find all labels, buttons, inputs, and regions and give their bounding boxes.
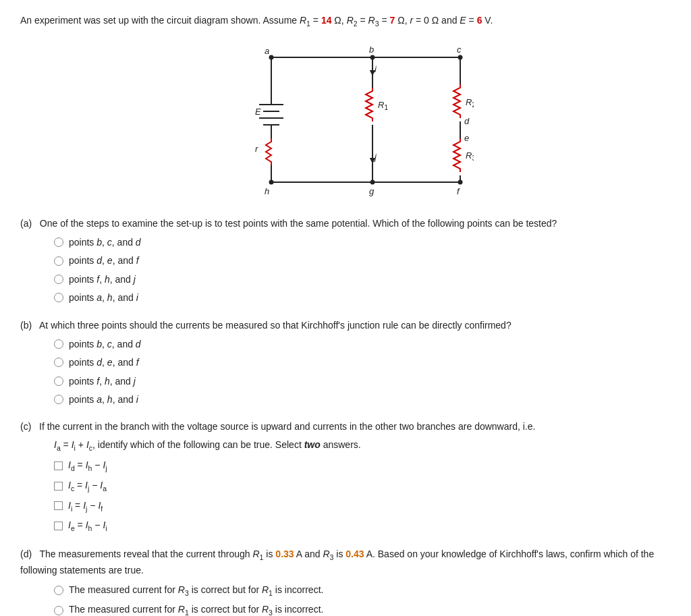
radio-d1[interactable] <box>54 586 63 595</box>
part-b-question: At which three points should the current… <box>39 320 512 331</box>
radio-a4[interactable] <box>54 293 63 302</box>
svg-text:c: c <box>457 45 462 55</box>
svg-text:j: j <box>373 152 377 162</box>
option-b2[interactable]: points d, e, and f <box>54 355 671 370</box>
radio-b1[interactable] <box>54 339 63 349</box>
svg-text:R2: R2 <box>466 97 474 109</box>
option-b4-text: points a, h, and i <box>69 392 138 407</box>
svg-point-18 <box>370 55 375 59</box>
checkbox-c3[interactable] <box>54 501 63 510</box>
option-c4-text: Ie = Ih − Ii <box>68 517 107 534</box>
checkbox-c4[interactable] <box>54 522 63 530</box>
option-b1-text: points b, c, and d <box>69 337 141 352</box>
part-d-letter: (d) <box>20 549 37 559</box>
question-d-options: The measured current for R3 is correct b… <box>54 582 671 616</box>
option-c3[interactable]: Ii = Ij − If <box>54 498 671 515</box>
option-d1[interactable]: The measured current for R3 is correct b… <box>54 582 671 599</box>
part-a-letter: (a) <box>20 218 37 229</box>
question-d: (d) The measurements reveal that the cur… <box>20 547 671 616</box>
option-c1[interactable]: Id = Ih − Ij <box>54 457 671 474</box>
option-c4[interactable]: Ie = Ih − Ii <box>54 517 671 534</box>
svg-text:E: E <box>255 107 261 117</box>
option-a4-text: points a, h, and i <box>69 290 138 305</box>
option-b2-text: points d, e, and f <box>69 355 139 370</box>
radio-b2[interactable] <box>54 358 63 367</box>
question-c-options: Id = Ih − Ij Ic = Ij − Ia Ii = Ij − If I… <box>54 457 671 534</box>
option-a3[interactable]: points f, h, and j <box>54 272 671 287</box>
option-b1[interactable]: points b, c, and d <box>54 337 671 352</box>
option-c2[interactable]: Ic = Ij − Ia <box>54 478 671 495</box>
option-a4[interactable]: points a, h, and i <box>54 290 671 305</box>
part-c-formula-line: Ia = Ii + Ic, identify which of the foll… <box>54 437 671 454</box>
option-b3[interactable]: points f, h, and j <box>54 374 671 389</box>
checkbox-c1[interactable] <box>54 461 63 470</box>
part-c-letter: (c) <box>20 421 36 432</box>
option-d1-text: The measured current for R3 is correct b… <box>69 582 323 599</box>
question-c-text: (c) If the current in the branch with th… <box>20 419 671 434</box>
option-c2-text: Ic = Ij − Ia <box>68 478 107 495</box>
option-a3-text: points f, h, and j <box>69 272 136 287</box>
question-a-text: (a) One of the steps to examine the set-… <box>20 216 671 231</box>
question-a-options: points b, c, and d points d, e, and f po… <box>54 235 671 306</box>
option-b4[interactable]: points a, h, and i <box>54 392 671 407</box>
radio-b4[interactable] <box>54 395 63 404</box>
checkbox-c2[interactable] <box>54 482 63 491</box>
svg-text:f: f <box>457 186 460 196</box>
svg-point-19 <box>458 55 463 59</box>
option-a2[interactable]: points d, e, and f <box>54 253 671 268</box>
question-b-text: (b) At which three points should the cur… <box>20 318 671 333</box>
svg-point-21 <box>370 179 375 184</box>
option-a1[interactable]: points b, c, and d <box>54 235 671 250</box>
svg-point-20 <box>269 179 274 184</box>
option-c3-text: Ii = Ij − If <box>68 498 103 515</box>
question-b-options: points b, c, and d points d, e, and f po… <box>54 337 671 408</box>
svg-text:g: g <box>369 186 375 196</box>
svg-text:R3: R3 <box>466 150 474 162</box>
svg-text:R1: R1 <box>378 100 388 111</box>
radio-a3[interactable] <box>54 275 63 284</box>
option-d2[interactable]: The measured current for R1 is correct b… <box>54 602 671 616</box>
svg-text:b: b <box>369 45 374 55</box>
part-b-letter: (b) <box>20 320 37 331</box>
option-c1-text: Id = Ih − Ij <box>68 457 107 474</box>
circuit-diagram: a b c h g f E r R1 R2 R3 d e i j <box>20 40 671 202</box>
svg-point-17 <box>269 55 274 59</box>
svg-text:i: i <box>375 64 377 74</box>
part-a-question: One of the steps to examine the set-up i… <box>40 218 557 229</box>
svg-point-22 <box>458 179 463 184</box>
question-c: (c) If the current in the branch with th… <box>20 419 671 534</box>
option-d2-text: The measured current for R1 is correct b… <box>69 602 323 616</box>
svg-text:a: a <box>265 46 269 56</box>
svg-text:r: r <box>255 144 258 154</box>
option-b3-text: points f, h, and j <box>69 374 136 389</box>
svg-text:e: e <box>464 133 469 143</box>
radio-b3[interactable] <box>54 376 63 386</box>
radio-d2[interactable] <box>54 606 63 615</box>
question-b: (b) At which three points should the cur… <box>20 318 671 408</box>
radio-a1[interactable] <box>54 237 63 247</box>
question-d-text: (d) The measurements reveal that the cur… <box>20 547 671 578</box>
option-a1-text: points b, c, and d <box>69 235 141 250</box>
part-d-question: The measurements reveal that the current… <box>20 549 654 576</box>
option-a2-text: points d, e, and f <box>69 253 139 268</box>
svg-text:d: d <box>464 116 470 126</box>
question-a: (a) One of the steps to examine the set-… <box>20 216 671 306</box>
svg-text:h: h <box>265 186 269 196</box>
radio-a2[interactable] <box>54 256 63 266</box>
intro-paragraph: An experiment was set up with the circui… <box>20 13 671 30</box>
part-c-question: If the current in the branch with the vo… <box>39 421 535 432</box>
